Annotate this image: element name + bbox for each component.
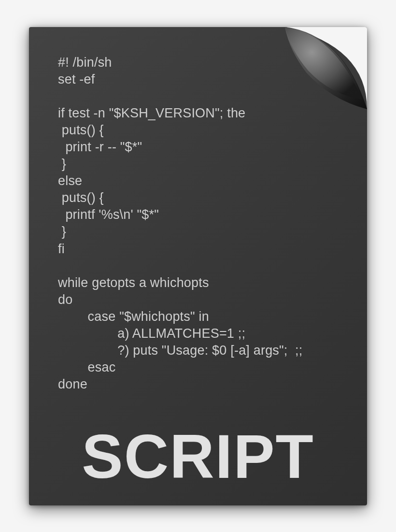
script-code-content: #! /bin/sh set -ef if test -n "$KSH_VERS… bbox=[58, 54, 362, 393]
script-document-icon: #! /bin/sh set -ef if test -n "$KSH_VERS… bbox=[29, 27, 367, 505]
document-type-label: SCRIPT bbox=[29, 421, 367, 492]
